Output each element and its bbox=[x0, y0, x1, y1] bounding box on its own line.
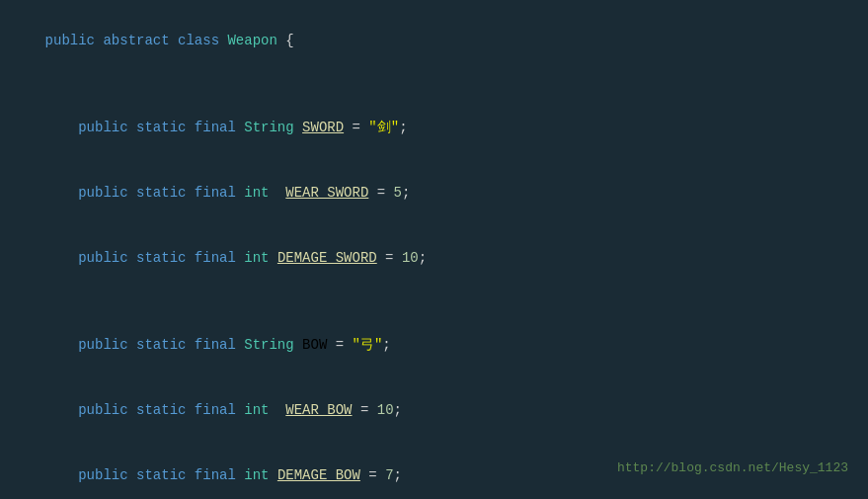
code-line-blank bbox=[8, 73, 868, 95]
code-line-bow-string: public static final String BOW = "弓"; bbox=[8, 312, 868, 377]
code-line-sword-string: public static final String SWORD = "剑"; bbox=[8, 95, 868, 160]
code-editor: public abstract class Weapon { public st… bbox=[0, 0, 868, 499]
code-line-wear-bow: public static final int WEAR_BOW = 10; bbox=[8, 377, 868, 443]
code-line-demage-sword: public static final int DEMAGE_SWORD = 1… bbox=[8, 225, 868, 291]
code-line-blank bbox=[8, 291, 868, 312]
watermark: http://blog.csdn.net/Hesy_1123 bbox=[617, 458, 848, 479]
code-line-wear-sword: public static final int WEAR_SWORD = 5; bbox=[8, 160, 868, 225]
code-line-header: public abstract class Weapon { bbox=[8, 8, 868, 73]
